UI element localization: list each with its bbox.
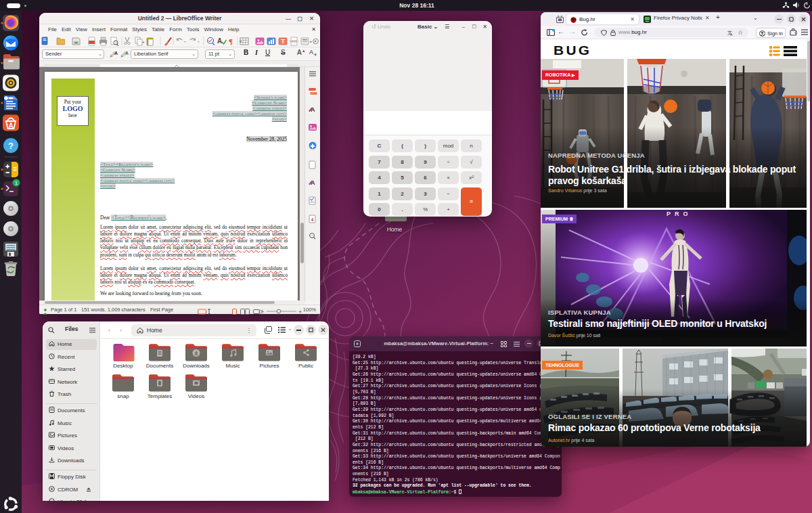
svg-text:?: ? [8,141,14,151]
svg-text:A: A [730,32,733,36]
svg-text:Pictures: Pictures [260,363,279,369]
svg-text:Templates: Templates [148,393,172,399]
svg-text:PRO: PRO [667,210,692,217]
svg-text:−: − [261,308,264,315]
svg-text:Downloads: Downloads [183,363,210,369]
svg-text:Public: Public [298,363,313,369]
svg-text:Desktop: Desktop [113,363,133,369]
svg-text:A: A [114,51,118,55]
svg-text:T: T [281,38,286,45]
svg-text:snap: snap [117,393,129,399]
svg-text:¶: ¶ [229,37,233,45]
svg-text:A: A [8,122,13,129]
svg-text:1: 1 [15,180,18,186]
svg-text:A: A [125,51,129,55]
svg-text:+: + [298,308,302,315]
svg-text:Music: Music [226,363,240,369]
svg-text:Videos: Videos [188,393,204,399]
svg-text:A: A [217,37,222,45]
svg-text:Documents: Documents [146,363,173,369]
